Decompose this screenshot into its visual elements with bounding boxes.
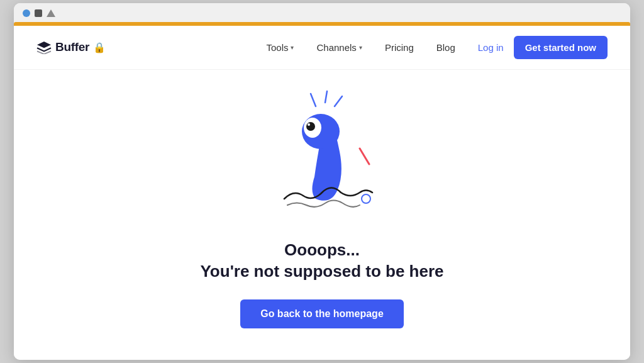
nav-link-pricing-label: Pricing: [385, 42, 414, 53]
dot-triangle: [47, 9, 55, 17]
nav-link-tools[interactable]: Tools ▾: [266, 42, 294, 53]
get-started-button[interactable]: Get started now: [514, 36, 608, 59]
dot-blue: [23, 9, 30, 17]
nav-link-blog-label: Blog: [436, 42, 455, 53]
error-heading: Oooops... You're not supposed to be here: [200, 240, 443, 282]
nav-link-channels[interactable]: Channels ▾: [316, 42, 362, 53]
logo-area: Buffer 🔒: [36, 40, 106, 54]
nav-link-pricing[interactable]: Pricing: [385, 42, 414, 53]
svg-point-6: [308, 123, 310, 126]
logo-emoji: 🔒: [93, 42, 106, 53]
svg-point-8: [362, 194, 370, 203]
chevron-down-icon: ▾: [359, 44, 362, 51]
browser-dots: [23, 9, 621, 17]
error-svg: [234, 89, 410, 227]
svg-point-5: [306, 122, 315, 131]
nav-link-blog[interactable]: Blog: [436, 42, 455, 53]
main-content: Oooops... You're not supposed to be here…: [14, 70, 630, 360]
browser-content: Buffer 🔒 Tools ▾ Channels ▾ Pricing Blog: [14, 26, 630, 360]
svg-line-1: [325, 91, 327, 103]
buffer-logo[interactable]: Buffer 🔒: [36, 40, 106, 54]
error-heading-line1: Oooops...: [200, 240, 443, 261]
nav-links: Tools ▾ Channels ▾ Pricing Blog: [266, 42, 455, 53]
nav-link-tools-label: Tools: [266, 42, 288, 53]
browser-chrome: [14, 3, 630, 26]
chevron-down-icon: ▾: [291, 44, 294, 51]
nav-actions: Log in Get started now: [478, 36, 608, 59]
logo-text: Buffer: [55, 40, 89, 54]
nav-link-channels-label: Channels: [316, 42, 356, 53]
buffer-logo-icon: [36, 40, 52, 54]
error-illustration: [234, 89, 410, 227]
login-button[interactable]: Log in: [478, 42, 504, 53]
svg-line-0: [311, 94, 316, 106]
go-home-button[interactable]: Go back to the homepage: [240, 299, 404, 328]
browser-window: Buffer 🔒 Tools ▾ Channels ▾ Pricing Blog: [14, 3, 630, 360]
navbar: Buffer 🔒 Tools ▾ Channels ▾ Pricing Blog: [14, 26, 630, 70]
svg-line-7: [360, 148, 369, 164]
svg-line-2: [335, 96, 342, 106]
error-heading-line2: You're not supposed to be here: [200, 261, 443, 282]
dot-square: [35, 9, 42, 17]
